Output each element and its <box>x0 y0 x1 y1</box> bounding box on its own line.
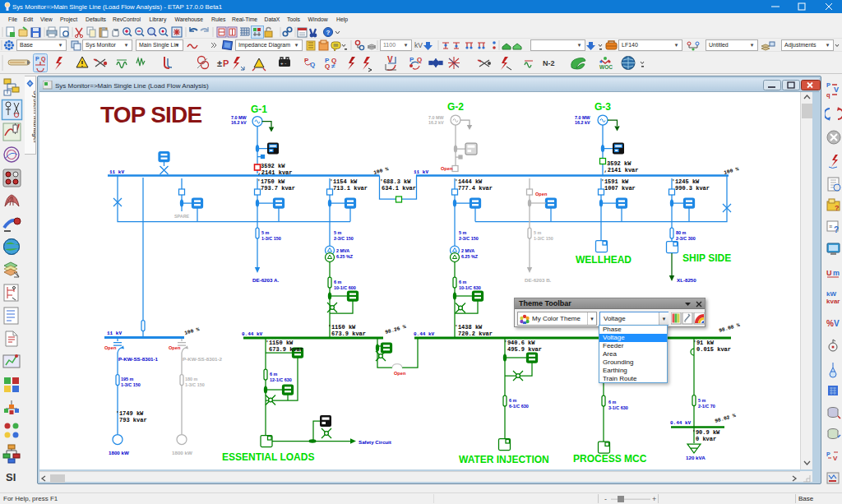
svg-text:DE-6203 A.: DE-6203 A. <box>252 277 279 283</box>
svg-text:6 m: 6 m <box>509 398 516 403</box>
svg-text:P: P <box>826 81 830 89</box>
svg-text:P: P <box>826 451 830 457</box>
svg-text:6.25 %Z: 6.25 %Z <box>336 254 354 259</box>
svg-text:195 m: 195 m <box>121 377 133 381</box>
svg-text:5 m: 5 m <box>534 230 541 235</box>
svg-text:U: U <box>826 269 832 277</box>
svg-text:Open: Open <box>394 371 406 376</box>
svg-text:495.9 kvar: 495.9 kvar <box>507 346 542 353</box>
svg-text:793.7 kvar: 793.7 kvar <box>261 185 295 192</box>
svg-text:720.2 kvar: 720.2 kvar <box>458 331 493 337</box>
svg-text:m: m <box>833 269 840 277</box>
svg-text:,2141 kvar: ,2141 kvar <box>604 167 639 173</box>
svg-text:16.2 kV: 16.2 kV <box>428 120 444 125</box>
svg-text:'1749 kW: '1749 kW <box>116 410 144 417</box>
svg-text:Q: Q <box>41 56 46 62</box>
svg-text:%: % <box>826 319 834 328</box>
svg-text:Open: Open <box>104 345 117 350</box>
svg-text:kW: kW <box>826 290 836 298</box>
svg-text:1-3/C 150: 1-3/C 150 <box>261 236 281 241</box>
svg-text:N-2: N-2 <box>543 59 555 67</box>
svg-text:G-1: G-1 <box>251 104 267 115</box>
svg-text:Open: Open <box>535 192 548 197</box>
svg-text:DE-6203 B.: DE-6203 B. <box>525 277 552 283</box>
svg-text:2 MVA: 2 MVA <box>461 248 474 253</box>
svg-text:777.4 kvar: 777.4 kvar <box>458 185 493 192</box>
svg-text:?: ? <box>326 29 331 36</box>
svg-text:?: ? <box>835 204 840 212</box>
svg-text:'1438 kW: '1438 kW <box>455 324 483 331</box>
svg-text:PROCESS MCC: PROCESS MCC <box>573 453 647 465</box>
svg-text:2-3/C 150: 2-3/C 150 <box>459 236 479 241</box>
svg-text:'1154 kW: '1154 kW <box>330 178 358 185</box>
svg-text:98.02 %: 98.02 % <box>715 413 737 424</box>
svg-text:12-1/C 630: 12-1/C 630 <box>270 377 292 382</box>
svg-text:6 m: 6 m <box>270 372 277 377</box>
svg-text:100 %: 100 % <box>724 166 740 176</box>
svg-text:3592 kW: 3592 kW <box>607 160 632 167</box>
svg-text:80 m: 80 m <box>676 230 686 235</box>
svg-text:P-KW-SS-8301-2: P-KW-SS-8301-2 <box>183 356 223 362</box>
svg-text:11 kV: 11 kV <box>109 169 124 175</box>
svg-text:5 m: 5 m <box>459 230 466 235</box>
svg-text:6-1/C 630: 6-1/C 630 <box>509 404 529 409</box>
svg-text:5 m: 5 m <box>334 230 341 235</box>
svg-text:1800 kW: 1800 kW <box>109 450 129 455</box>
svg-text:SPARE: SPARE <box>174 214 190 219</box>
svg-text:WOC: WOC <box>599 64 613 70</box>
svg-text:5 m: 5 m <box>698 398 706 403</box>
svg-text:6 m: 6 m <box>334 280 341 284</box>
svg-text:2-1/C 70: 2-1/C 70 <box>698 404 715 409</box>
svg-text:3-1/C 630: 3-1/C 630 <box>608 405 628 410</box>
svg-text:6 m: 6 m <box>608 400 616 405</box>
svg-text:G-2: G-2 <box>447 101 464 113</box>
svg-text:'940.6 kW: '940.6 kW <box>504 340 536 346</box>
svg-text:q: q <box>826 91 830 99</box>
svg-text:673.9 kvar: 673.9 kvar <box>331 331 366 337</box>
svg-text:0.44 kV: 0.44 kV <box>670 420 692 426</box>
svg-text:'688.3 kW: '688.3 kW <box>380 178 412 185</box>
svg-text:V: V <box>834 86 839 94</box>
svg-text:98.08 %: 98.08 % <box>719 322 741 334</box>
svg-text:?: ? <box>834 225 839 234</box>
svg-text:Open: Open <box>441 166 453 171</box>
svg-text:Q: Q <box>310 61 315 68</box>
svg-text:'1591 kW: '1591 kW <box>601 178 629 185</box>
svg-text:0.44 kV: 0.44 kV <box>414 331 435 337</box>
svg-text:'1245 kW: '1245 kW <box>672 178 700 185</box>
svg-text:100 %: 100 % <box>373 166 390 176</box>
svg-text:5 m: 5 m <box>261 230 269 235</box>
svg-text:1-3/C 150: 1-3/C 150 <box>185 382 205 387</box>
svg-text:P-KW-SS-8301-1: P-KW-SS-8301-1 <box>118 356 159 362</box>
svg-text:98.26 %: 98.26 % <box>385 324 407 335</box>
svg-text:'1150 kW: '1150 kW <box>328 324 356 331</box>
svg-text:2 MVA: 2 MVA <box>336 248 349 253</box>
svg-text:V: V <box>387 55 393 64</box>
svg-text:634.1 kvar: 634.1 kvar <box>382 185 416 192</box>
svg-text:-: - <box>604 495 607 503</box>
svg-text:11 kV: 11 kV <box>414 169 428 175</box>
svg-text:'91 kW: '91 kW <box>693 340 715 346</box>
svg-text:793 kvar: 793 kvar <box>119 417 147 423</box>
svg-text:180 m: 180 m <box>185 377 197 381</box>
svg-text:100 %: 100 % <box>184 326 201 336</box>
svg-text:0.44 kV: 0.44 kV <box>242 331 263 337</box>
svg-text:P: P <box>304 57 309 64</box>
svg-text:,2141 kvar: ,2141 kvar <box>258 169 293 176</box>
svg-text:120 kVA: 120 kVA <box>686 455 706 460</box>
svg-text:SHIP SIDE: SHIP SIDE <box>682 252 731 264</box>
svg-text:P: P <box>223 58 229 68</box>
svg-text:+ -: + - <box>280 61 286 66</box>
svg-text:6 m: 6 m <box>459 280 466 284</box>
svg-text:6.25 %Z: 6.25 %Z <box>461 254 479 259</box>
svg-text:TOP SIDE: TOP SIDE <box>100 102 201 127</box>
svg-text:ESSENTIAL LOADS: ESSENTIAL LOADS <box>222 451 314 463</box>
svg-text:WATER INJECTION: WATER INJECTION <box>459 454 549 465</box>
svg-text:Q: Q <box>325 62 330 70</box>
svg-text:673.9 kvar: 673.9 kvar <box>269 346 303 353</box>
svg-text:1-3/C 150: 1-3/C 150 <box>534 236 553 241</box>
svg-text:0 kvar: 0 kvar <box>696 436 716 442</box>
svg-text:'1150 kW: '1150 kW <box>266 340 294 346</box>
svg-text:≡: ≡ <box>829 224 832 229</box>
svg-text:'1750 kW: '1750 kW <box>257 178 285 185</box>
